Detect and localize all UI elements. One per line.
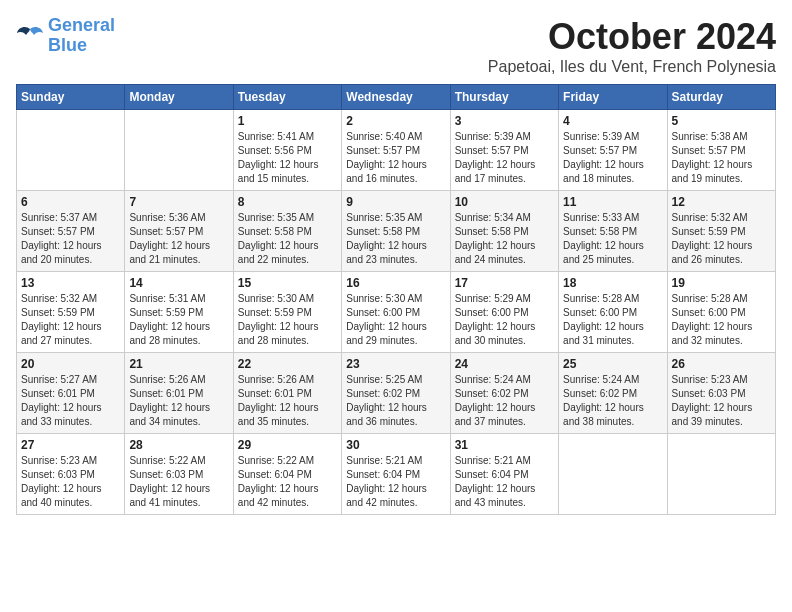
day-info: Sunrise: 5:24 AMSunset: 6:02 PMDaylight:… [455, 373, 554, 429]
day-info: Sunrise: 5:26 AMSunset: 6:01 PMDaylight:… [129, 373, 228, 429]
day-number: 30 [346, 438, 445, 452]
calendar-cell: 31Sunrise: 5:21 AMSunset: 6:04 PMDayligh… [450, 434, 558, 515]
day-info: Sunrise: 5:40 AMSunset: 5:57 PMDaylight:… [346, 130, 445, 186]
day-info: Sunrise: 5:33 AMSunset: 5:58 PMDaylight:… [563, 211, 662, 267]
day-info: Sunrise: 5:39 AMSunset: 5:57 PMDaylight:… [563, 130, 662, 186]
calendar-cell: 10Sunrise: 5:34 AMSunset: 5:58 PMDayligh… [450, 191, 558, 272]
day-number: 10 [455, 195, 554, 209]
day-info: Sunrise: 5:24 AMSunset: 6:02 PMDaylight:… [563, 373, 662, 429]
weekday-header-monday: Monday [125, 85, 233, 110]
calendar-cell: 6Sunrise: 5:37 AMSunset: 5:57 PMDaylight… [17, 191, 125, 272]
day-info: Sunrise: 5:32 AMSunset: 5:59 PMDaylight:… [672, 211, 771, 267]
weekday-header-sunday: Sunday [17, 85, 125, 110]
calendar-cell: 27Sunrise: 5:23 AMSunset: 6:03 PMDayligh… [17, 434, 125, 515]
day-info: Sunrise: 5:22 AMSunset: 6:04 PMDaylight:… [238, 454, 337, 510]
calendar-cell [559, 434, 667, 515]
calendar-cell: 25Sunrise: 5:24 AMSunset: 6:02 PMDayligh… [559, 353, 667, 434]
calendar-cell [667, 434, 775, 515]
calendar-cell: 15Sunrise: 5:30 AMSunset: 5:59 PMDayligh… [233, 272, 341, 353]
day-number: 13 [21, 276, 120, 290]
day-number: 17 [455, 276, 554, 290]
day-info: Sunrise: 5:29 AMSunset: 6:00 PMDaylight:… [455, 292, 554, 348]
day-info: Sunrise: 5:34 AMSunset: 5:58 PMDaylight:… [455, 211, 554, 267]
calendar-week-row: 20Sunrise: 5:27 AMSunset: 6:01 PMDayligh… [17, 353, 776, 434]
day-number: 8 [238, 195, 337, 209]
day-info: Sunrise: 5:35 AMSunset: 5:58 PMDaylight:… [346, 211, 445, 267]
day-info: Sunrise: 5:21 AMSunset: 6:04 PMDaylight:… [455, 454, 554, 510]
day-info: Sunrise: 5:35 AMSunset: 5:58 PMDaylight:… [238, 211, 337, 267]
day-info: Sunrise: 5:22 AMSunset: 6:03 PMDaylight:… [129, 454, 228, 510]
day-number: 5 [672, 114, 771, 128]
day-number: 25 [563, 357, 662, 371]
day-info: Sunrise: 5:21 AMSunset: 6:04 PMDaylight:… [346, 454, 445, 510]
day-number: 28 [129, 438, 228, 452]
day-number: 1 [238, 114, 337, 128]
calendar-cell: 23Sunrise: 5:25 AMSunset: 6:02 PMDayligh… [342, 353, 450, 434]
day-number: 24 [455, 357, 554, 371]
day-number: 26 [672, 357, 771, 371]
calendar-cell [17, 110, 125, 191]
day-number: 27 [21, 438, 120, 452]
calendar-cell: 13Sunrise: 5:32 AMSunset: 5:59 PMDayligh… [17, 272, 125, 353]
calendar-table: SundayMondayTuesdayWednesdayThursdayFrid… [16, 84, 776, 515]
day-number: 21 [129, 357, 228, 371]
calendar-cell: 20Sunrise: 5:27 AMSunset: 6:01 PMDayligh… [17, 353, 125, 434]
calendar-cell: 30Sunrise: 5:21 AMSunset: 6:04 PMDayligh… [342, 434, 450, 515]
title-block: October 2024 Papetoai, Iles du Vent, Fre… [488, 16, 776, 76]
day-info: Sunrise: 5:23 AMSunset: 6:03 PMDaylight:… [21, 454, 120, 510]
day-number: 22 [238, 357, 337, 371]
calendar-cell: 29Sunrise: 5:22 AMSunset: 6:04 PMDayligh… [233, 434, 341, 515]
calendar-cell: 3Sunrise: 5:39 AMSunset: 5:57 PMDaylight… [450, 110, 558, 191]
logo-general: General [48, 15, 115, 35]
day-info: Sunrise: 5:28 AMSunset: 6:00 PMDaylight:… [672, 292, 771, 348]
day-info: Sunrise: 5:32 AMSunset: 5:59 PMDaylight:… [21, 292, 120, 348]
day-number: 6 [21, 195, 120, 209]
day-info: Sunrise: 5:41 AMSunset: 5:56 PMDaylight:… [238, 130, 337, 186]
weekday-header-thursday: Thursday [450, 85, 558, 110]
calendar-cell: 17Sunrise: 5:29 AMSunset: 6:00 PMDayligh… [450, 272, 558, 353]
calendar-cell: 26Sunrise: 5:23 AMSunset: 6:03 PMDayligh… [667, 353, 775, 434]
day-number: 31 [455, 438, 554, 452]
calendar-week-row: 1Sunrise: 5:41 AMSunset: 5:56 PMDaylight… [17, 110, 776, 191]
day-number: 16 [346, 276, 445, 290]
day-number: 18 [563, 276, 662, 290]
calendar-week-row: 6Sunrise: 5:37 AMSunset: 5:57 PMDaylight… [17, 191, 776, 272]
page-header: General Blue October 2024 Papetoai, Iles… [16, 16, 776, 76]
logo-blue: Blue [48, 35, 87, 55]
day-info: Sunrise: 5:23 AMSunset: 6:03 PMDaylight:… [672, 373, 771, 429]
day-number: 9 [346, 195, 445, 209]
logo: General Blue [16, 16, 115, 56]
calendar-cell: 21Sunrise: 5:26 AMSunset: 6:01 PMDayligh… [125, 353, 233, 434]
calendar-cell: 2Sunrise: 5:40 AMSunset: 5:57 PMDaylight… [342, 110, 450, 191]
calendar-cell: 7Sunrise: 5:36 AMSunset: 5:57 PMDaylight… [125, 191, 233, 272]
day-info: Sunrise: 5:36 AMSunset: 5:57 PMDaylight:… [129, 211, 228, 267]
weekday-header-wednesday: Wednesday [342, 85, 450, 110]
calendar-cell: 9Sunrise: 5:35 AMSunset: 5:58 PMDaylight… [342, 191, 450, 272]
weekday-header-tuesday: Tuesday [233, 85, 341, 110]
month-year-title: October 2024 [488, 16, 776, 58]
day-info: Sunrise: 5:27 AMSunset: 6:01 PMDaylight:… [21, 373, 120, 429]
calendar-cell: 8Sunrise: 5:35 AMSunset: 5:58 PMDaylight… [233, 191, 341, 272]
calendar-cell: 5Sunrise: 5:38 AMSunset: 5:57 PMDaylight… [667, 110, 775, 191]
logo-icon [16, 25, 44, 47]
day-info: Sunrise: 5:28 AMSunset: 6:00 PMDaylight:… [563, 292, 662, 348]
day-number: 3 [455, 114, 554, 128]
calendar-cell: 24Sunrise: 5:24 AMSunset: 6:02 PMDayligh… [450, 353, 558, 434]
day-info: Sunrise: 5:31 AMSunset: 5:59 PMDaylight:… [129, 292, 228, 348]
calendar-cell: 22Sunrise: 5:26 AMSunset: 6:01 PMDayligh… [233, 353, 341, 434]
calendar-cell [125, 110, 233, 191]
calendar-cell: 19Sunrise: 5:28 AMSunset: 6:00 PMDayligh… [667, 272, 775, 353]
calendar-cell: 11Sunrise: 5:33 AMSunset: 5:58 PMDayligh… [559, 191, 667, 272]
calendar-cell: 16Sunrise: 5:30 AMSunset: 6:00 PMDayligh… [342, 272, 450, 353]
day-number: 4 [563, 114, 662, 128]
day-info: Sunrise: 5:25 AMSunset: 6:02 PMDaylight:… [346, 373, 445, 429]
day-info: Sunrise: 5:30 AMSunset: 5:59 PMDaylight:… [238, 292, 337, 348]
day-info: Sunrise: 5:39 AMSunset: 5:57 PMDaylight:… [455, 130, 554, 186]
day-number: 19 [672, 276, 771, 290]
calendar-week-row: 13Sunrise: 5:32 AMSunset: 5:59 PMDayligh… [17, 272, 776, 353]
weekday-header-row: SundayMondayTuesdayWednesdayThursdayFrid… [17, 85, 776, 110]
day-info: Sunrise: 5:37 AMSunset: 5:57 PMDaylight:… [21, 211, 120, 267]
day-number: 7 [129, 195, 228, 209]
location-subtitle: Papetoai, Iles du Vent, French Polynesia [488, 58, 776, 76]
weekday-header-friday: Friday [559, 85, 667, 110]
